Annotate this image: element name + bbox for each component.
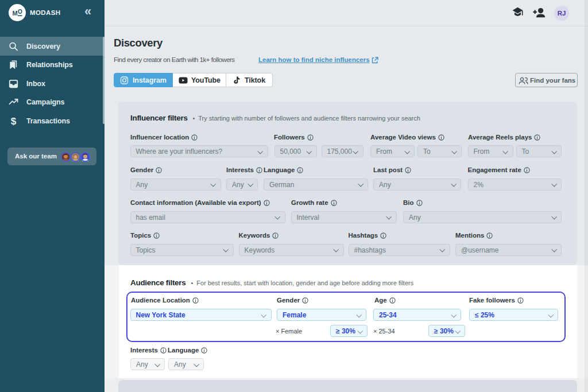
svg-text:O: O (18, 9, 22, 15)
svg-text:M: M (13, 10, 18, 17)
